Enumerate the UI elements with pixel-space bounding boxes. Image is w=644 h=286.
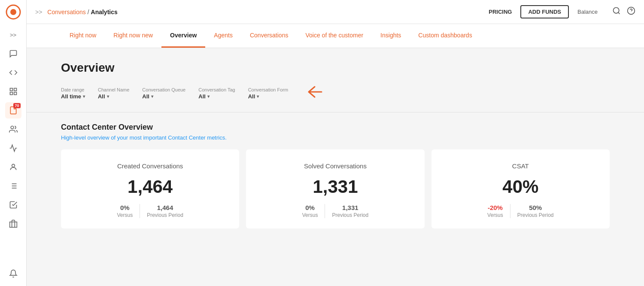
- conversation-tag-value: All: [198, 93, 206, 100]
- agents-icon[interactable]: [5, 121, 21, 137]
- breadcrumb-separator: /: [86, 9, 91, 15]
- list-icon[interactable]: [5, 178, 21, 194]
- section-title: Contact Center Overview: [61, 123, 610, 132]
- conversation-form-label: Conversation Form: [248, 87, 289, 92]
- csat-value: 40%: [502, 176, 538, 197]
- balance-label: Balance: [577, 9, 598, 15]
- app-logo[interactable]: [6, 4, 21, 20]
- tickets-icon[interactable]: 70: [5, 102, 21, 119]
- solved-conversations-versus: 0% Versus: [295, 204, 325, 218]
- arrow-pointer-icon: [305, 85, 322, 102]
- analytics-icon[interactable]: [5, 140, 21, 156]
- tab-agents[interactable]: Agents: [205, 24, 241, 48]
- tab-right-now[interactable]: Right now: [61, 24, 105, 48]
- svg-rect-6: [14, 88, 16, 91]
- chat-icon[interactable]: [5, 46, 21, 62]
- solved-conversations-footer: 0% Versus 1,331 Previous Period: [295, 204, 375, 218]
- conversation-tag-select[interactable]: All ▾: [198, 93, 235, 100]
- csat-versus: -20% Versus: [480, 204, 510, 218]
- created-conversations-value: 1,464: [128, 176, 173, 197]
- conversation-queue-chevron: ▾: [151, 94, 153, 99]
- date-range-filter: Date range All time ▾: [61, 87, 85, 100]
- solved-conversations-prev-val: 1,331: [342, 204, 358, 211]
- conversation-form-select[interactable]: All ▾: [248, 93, 289, 100]
- created-conversations-title: Created Conversations: [117, 162, 183, 170]
- conversation-queue-label: Conversation Queue: [142, 87, 185, 92]
- svg-rect-8: [10, 92, 12, 95]
- channel-name-chevron: ▾: [107, 94, 109, 99]
- rules-icon[interactable]: [5, 197, 21, 213]
- add-funds-button[interactable]: ADD FUNDS: [520, 5, 569, 18]
- filters-row: Date range All time ▾ Channel Name All ▾…: [61, 85, 610, 102]
- help-icon[interactable]: [627, 6, 635, 17]
- conversation-queue-select[interactable]: All ▾: [142, 93, 185, 100]
- section-description: High-level overview of your most importa…: [61, 134, 610, 141]
- search-icon[interactable]: [612, 6, 621, 17]
- svg-point-18: [614, 8, 619, 13]
- csat-card: CSAT 40% -20% Versus 50% Previous Period: [431, 149, 610, 228]
- channel-name-select[interactable]: All ▾: [98, 93, 129, 100]
- conversation-form-filter: Conversation Form All ▾: [248, 87, 289, 100]
- breadcrumb-current: Analytics: [91, 9, 118, 15]
- channel-name-value: All: [98, 93, 105, 100]
- tab-insights[interactable]: Insights: [372, 24, 410, 48]
- svg-point-10: [12, 164, 15, 167]
- solved-conversations-prev: 1,331 Previous Period: [325, 204, 375, 218]
- tab-right-now-new[interactable]: Right now new: [105, 24, 161, 48]
- tab-voice-of-customer[interactable]: Voice of the customer: [297, 24, 372, 48]
- sidebar: >> 70: [0, 0, 27, 286]
- conversation-form-value: All: [248, 93, 255, 100]
- breadcrumb-prefix[interactable]: Conversations: [47, 9, 86, 15]
- reports-icon[interactable]: [5, 83, 21, 100]
- expand-nav-button[interactable]: >>: [35, 9, 42, 15]
- section-divider: [27, 112, 644, 113]
- created-conversations-versus-val: 0%: [120, 204, 130, 211]
- conversation-tag-filter: Conversation Tag All ▾: [198, 87, 235, 100]
- badge-count: 70: [13, 103, 20, 108]
- csat-title: CSAT: [512, 162, 529, 170]
- conversation-tag-label: Conversation Tag: [198, 87, 235, 92]
- created-conversations-prev-label: Previous Period: [147, 212, 183, 218]
- svg-rect-7: [14, 92, 16, 95]
- building-icon[interactable]: [5, 216, 21, 232]
- tabs-navigation: Right now Right now new Overview Agents …: [27, 24, 644, 48]
- page-body: Overview Date range All time ▾ Channel N…: [27, 48, 644, 241]
- code-icon[interactable]: [5, 64, 21, 81]
- created-conversations-prev-val: 1,464: [157, 204, 173, 211]
- content-area: Right now Right now new Overview Agents …: [27, 24, 644, 286]
- solved-conversations-prev-label: Previous Period: [332, 212, 368, 218]
- date-range-label: Date range: [61, 87, 85, 92]
- created-conversations-versus: 0% Versus: [110, 204, 140, 218]
- expand-icon[interactable]: >>: [5, 27, 21, 43]
- breadcrumb: Conversations / Analytics: [47, 9, 117, 15]
- solved-conversations-versus-label: Versus: [302, 212, 318, 218]
- solved-conversations-title: Solved Conversations: [304, 162, 367, 170]
- csat-prev-label: Previous Period: [517, 212, 554, 218]
- svg-point-1: [10, 9, 16, 15]
- date-range-value: All time: [61, 93, 81, 100]
- date-range-select[interactable]: All time ▾: [61, 93, 85, 100]
- svg-rect-17: [9, 222, 17, 228]
- tab-conversations[interactable]: Conversations: [241, 24, 297, 48]
- people-icon[interactable]: [5, 159, 21, 175]
- main-content: >> Conversations / Analytics PRICING ADD…: [27, 0, 644, 286]
- solved-conversations-versus-val: 0%: [305, 204, 315, 211]
- tab-custom-dashboards[interactable]: Custom dashboards: [410, 24, 480, 48]
- csat-prev: 50% Previous Period: [510, 204, 561, 218]
- conversation-queue-filter: Conversation Queue All ▾: [142, 87, 185, 100]
- conversation-queue-value: All: [142, 93, 149, 100]
- created-conversations-versus-label: Versus: [117, 212, 133, 218]
- csat-versus-label: Versus: [487, 212, 503, 218]
- date-range-chevron: ▾: [83, 94, 85, 99]
- pricing-button[interactable]: PRICING: [489, 9, 512, 15]
- bell-icon[interactable]: [5, 265, 21, 282]
- conversation-tag-chevron: ▾: [207, 94, 210, 99]
- tab-overview[interactable]: Overview: [161, 24, 205, 48]
- solved-conversations-card: Solved Conversations 1,331 0% Versus 1,3…: [246, 149, 424, 228]
- channel-name-label: Channel Name: [98, 87, 129, 92]
- solved-conversations-value: 1,331: [313, 176, 358, 197]
- metric-cards-row: Created Conversations 1,464 0% Versus 1,…: [61, 149, 610, 228]
- svg-line-19: [618, 12, 620, 14]
- page-title: Overview: [61, 61, 610, 75]
- csat-versus-val: -20%: [488, 204, 503, 211]
